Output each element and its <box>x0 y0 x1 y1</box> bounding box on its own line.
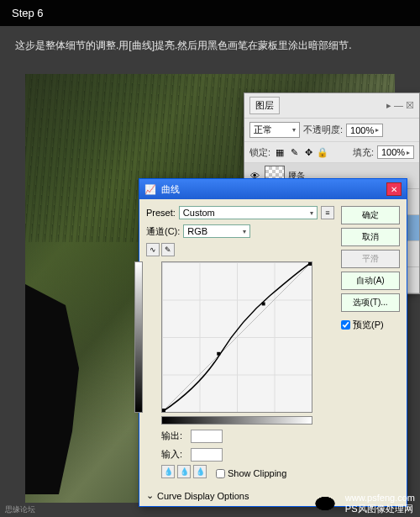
auto-button[interactable]: 自动(A) <box>341 272 400 290</box>
input-label: 输入: <box>161 448 182 462</box>
close-icon[interactable]: ✕ <box>386 182 402 196</box>
opacity-value[interactable]: 100%▸ <box>346 124 383 137</box>
curves-dialog: 📈 曲线 ✕ Preset: Custom▾ ≡ 通道(C): RGB▾ ∿ ✎ <box>139 178 407 507</box>
pencil-tool-icon[interactable]: ✎ <box>161 243 175 256</box>
instruction-text: 这步是整体细节的调整.用[曲线]提亮.然后用黑色画笔在蒙板里涂出暗部细节. <box>0 26 420 65</box>
eyedropper-gray-icon[interactable]: 💧 <box>177 465 191 478</box>
opacity-label: 不透明度: <box>303 124 343 136</box>
options-button[interactable]: 选项(T)... <box>341 293 400 312</box>
input-field[interactable] <box>191 448 223 462</box>
lock-label: 锁定: <box>249 146 270 159</box>
watermark-logo <box>308 492 342 515</box>
channel-label: 通道(C): <box>146 225 180 238</box>
show-clipping-checkbox[interactable] <box>216 469 225 478</box>
layers-tab[interactable]: 图层 <box>249 97 280 114</box>
curves-icon: 📈 <box>144 184 156 195</box>
output-field[interactable] <box>191 430 223 443</box>
input-gradient <box>161 416 312 425</box>
preset-menu-icon[interactable]: ≡ <box>321 206 334 219</box>
fill-label: 填充: <box>353 146 374 159</box>
blend-mode-select[interactable]: 正常▾ <box>249 122 300 138</box>
watermark: www.psfeng.com PS风图像处理网 <box>308 492 415 515</box>
smooth-button: 平滑 <box>341 250 400 268</box>
dark-silhouette <box>25 284 92 494</box>
preview-checkbox[interactable] <box>341 320 350 330</box>
svg-rect-3 <box>262 302 265 305</box>
eyedropper-black-icon[interactable]: 💧 <box>161 465 175 478</box>
output-label: 输出: <box>161 430 182 443</box>
ok-button[interactable]: 确定 <box>341 206 400 224</box>
expand-icon: ⌄ <box>146 490 154 501</box>
fill-value[interactable]: 100%▸ <box>377 145 414 159</box>
output-gradient <box>134 261 143 413</box>
eyedropper-white-icon[interactable]: 💧 <box>193 465 207 478</box>
cancel-button[interactable]: 取消 <box>341 228 400 246</box>
svg-rect-4 <box>308 262 312 266</box>
footer-credit: 思缘论坛 <box>5 504 35 515</box>
svg-rect-2 <box>217 352 220 356</box>
step-header: Step 6 <box>0 0 420 26</box>
dialog-title: 曲线 <box>161 183 180 196</box>
preset-select[interactable]: Custom▾ <box>179 206 318 219</box>
channel-select[interactable]: RGB▾ <box>183 224 250 238</box>
preset-label: Preset: <box>146 208 176 218</box>
panel-controls[interactable]: ▸ — ☒ <box>386 100 414 111</box>
curve-graph[interactable] <box>161 261 312 413</box>
lock-icons[interactable]: ▦✎✥🔒 <box>274 146 328 158</box>
curve-tool-icon[interactable]: ∿ <box>146 243 160 256</box>
svg-line-0 <box>162 262 312 412</box>
svg-rect-1 <box>162 409 165 412</box>
dialog-titlebar[interactable]: 📈 曲线 ✕ <box>139 179 407 199</box>
